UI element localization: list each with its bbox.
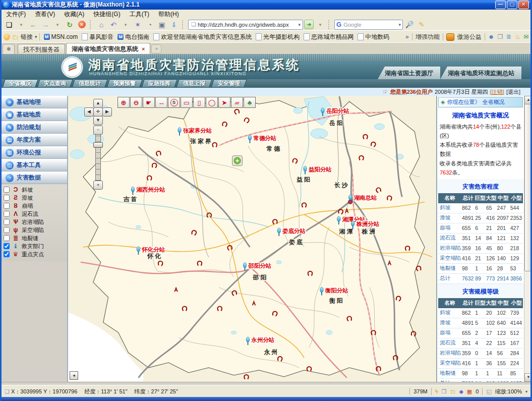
boost-icon[interactable]: ϟ (435, 388, 438, 394)
layer-checkbox-斜坡[interactable] (4, 187, 10, 193)
logout-link[interactable]: [注销] (490, 88, 504, 96)
pan-up-button[interactable]: ▲ (93, 99, 103, 108)
scroll-up-button[interactable]: ▲ (524, 96, 532, 104)
url-text[interactable]: http://dzzh.hndh.gov.cn/gridweb.aspx (198, 22, 289, 28)
home-button[interactable]: ⌂ (96, 20, 107, 30)
link-item[interactable]: 恶路城市精品网 (302, 33, 356, 41)
layer-checkbox-救灾部门[interactable] (4, 243, 10, 249)
maxthon-charity-icon[interactable] (446, 33, 454, 41)
new-page-button[interactable]: ❏ (4, 20, 15, 30)
link-label[interactable]: 暴风影音 (89, 33, 113, 41)
nav-tab[interactable]: 全省概况 (2, 79, 38, 88)
layer-checkbox-崩塌[interactable] (4, 203, 10, 209)
link-label[interactable]: 光年摄影机构 (263, 33, 300, 41)
layer-checkbox-滑坡[interactable] (4, 195, 10, 201)
pan-right-button[interactable]: ▶ (102, 107, 112, 117)
window-icon[interactable]: ❐ (497, 33, 503, 40)
favorites-button[interactable]: ✱ (3, 44, 15, 54)
links-folder-caret[interactable]: ▾ (35, 34, 37, 39)
search-button[interactable]: 🔎 (404, 20, 415, 30)
basket-icon[interactable]: ♨ (515, 33, 520, 40)
filler-wand-button[interactable]: ✶ (132, 20, 143, 30)
nav-tab[interactable]: 信息上报 (176, 79, 212, 88)
maxthon-charity-link[interactable]: 傲游公益 (457, 33, 482, 41)
search-engine-label[interactable]: Google (343, 22, 361, 28)
scroll-thumb[interactable] (524, 104, 532, 271)
split-window-button[interactable]: ▣ (156, 20, 167, 30)
zoom-slider-track[interactable] (95, 134, 101, 181)
map-tool-select-s-button[interactable]: S (168, 97, 180, 108)
station-label[interactable]: 株洲分站 (356, 221, 380, 227)
menu-item[interactable]: 收藏(A) (60, 10, 89, 19)
pan-center-button[interactable]: ✛ (93, 107, 103, 117)
map-tool-circle-select-button[interactable]: ◯ (206, 97, 218, 108)
layer-checkbox-采空塌陷[interactable] (4, 227, 10, 233)
sidebar-section-基本工具[interactable]: ◫基本工具 (2, 159, 67, 171)
scroll-down-button[interactable]: ▼ (524, 373, 532, 382)
go-dropdown[interactable]: ▾ (315, 20, 326, 30)
station-label[interactable]: 娄底分站 (282, 227, 306, 235)
banner-link[interactable]: 湖南省地质环境监测总站 (440, 67, 521, 79)
map-viewport[interactable]: ; (68, 96, 437, 382)
ad-filter-icon[interactable]: ▦ (467, 388, 472, 395)
layer-checkbox-泥石流[interactable] (4, 211, 10, 217)
history-clock-button[interactable]: ◔ (144, 20, 155, 30)
menu-item[interactable]: 帮助(H) (154, 10, 184, 19)
location-value[interactable]: 全省概况 (482, 98, 504, 106)
nav-tab[interactable]: 灾点查询 (37, 79, 73, 88)
maximize-button[interactable]: ▢ (507, 1, 517, 9)
links-folder-label[interactable]: 链接 (21, 33, 33, 41)
station-label[interactable]: 湖南总站 (354, 195, 377, 201)
zoom-out-slider-button[interactable]: − (93, 126, 103, 135)
history-dropdown[interactable]: ▾ (52, 20, 63, 30)
link-item[interactable]: MMSN.com (42, 33, 80, 40)
undo-button[interactable]: ↶ (108, 20, 119, 30)
sidebar-section-环境公报[interactable]: ▥环境公报 (2, 146, 67, 159)
menu-item[interactable]: 工具(T) (125, 10, 154, 19)
plugin-icon[interactable]: ◆ (459, 388, 463, 395)
station-label[interactable]: 永州分站 (251, 337, 275, 343)
refresh-button[interactable]: ↻ (64, 20, 75, 30)
map-locate-button[interactable] (232, 156, 243, 166)
nav-tab[interactable]: 应急指挥 (141, 79, 178, 88)
province-map[interactable]: ; (68, 96, 436, 382)
downloader-button[interactable]: ⇓ (168, 20, 180, 30)
popup-blocker-icon[interactable]: ❐ (442, 388, 447, 395)
forward-button[interactable]: → (40, 20, 51, 30)
close-button[interactable]: ✕ (518, 1, 529, 9)
folder-icon[interactable]: 🗀 (450, 388, 455, 394)
messenger-icon[interactable]: ☻ (488, 33, 495, 40)
map-tool-rect-zoom-in-button[interactable]: ▭ (181, 97, 193, 108)
menu-item[interactable]: 文件(F) (2, 10, 30, 19)
address-bar[interactable]: ❏ http://dzzh.hndh.gov.cn/gridweb.aspx ▾ (188, 20, 303, 30)
search-dropdown[interactable]: ▾ (398, 22, 401, 27)
station-label[interactable]: 湘西州分站 (136, 187, 165, 193)
layer-checkbox-岩溶塌陷[interactable] (4, 219, 10, 225)
nav-tab[interactable]: 信息统计 (72, 79, 108, 88)
link-label[interactable]: 欢迎登陆湖南省地质灾害信息系统 (161, 33, 252, 41)
address-dropdown[interactable]: ▾ (297, 22, 302, 27)
map-tool-eraser-button[interactable]: ▰ (231, 97, 243, 108)
map-tool-rect-zoom-out-button[interactable]: ▯ (193, 97, 205, 108)
search-box[interactable]: G Google ▾ (334, 20, 403, 30)
menu-item[interactable]: 快捷组(G) (89, 10, 125, 19)
enhance-features-link[interactable]: 增强功能 (416, 33, 440, 41)
map-tool-zoom-in-button[interactable]: ⊕ (117, 97, 130, 108)
stop-button[interactable]: ✕ (76, 20, 87, 30)
link-label[interactable]: 中地数码 (365, 33, 389, 41)
menu-item[interactable]: 查看(V) (30, 10, 60, 19)
mail-icon[interactable]: ✉ (523, 33, 528, 40)
nav-tab[interactable]: 预测预警 (106, 79, 143, 88)
pages-icon[interactable]: 🗎 (506, 33, 512, 40)
zoom-dropdown[interactable]: ▾ (525, 389, 527, 394)
map-tool-zoom-out-button[interactable]: ⊖ (130, 97, 142, 108)
zoom-in-slider-button[interactable]: ＋ (93, 181, 103, 190)
station-label[interactable]: 怀化分站 (141, 247, 165, 253)
sidebar-section-基础地理[interactable]: »基础地理 (2, 96, 67, 108)
link-item[interactable]: 光年摄影机构 (254, 33, 302, 41)
nav-tab[interactable]: 安全管理 (211, 79, 247, 88)
station-label[interactable]: 邵阳分站 (248, 263, 272, 269)
station-label[interactable]: 岳阳分站 (326, 107, 349, 114)
sidebar-section-基础地质[interactable]: ▣基础地质 (2, 108, 67, 121)
go-button[interactable]: ➜ (304, 20, 314, 29)
